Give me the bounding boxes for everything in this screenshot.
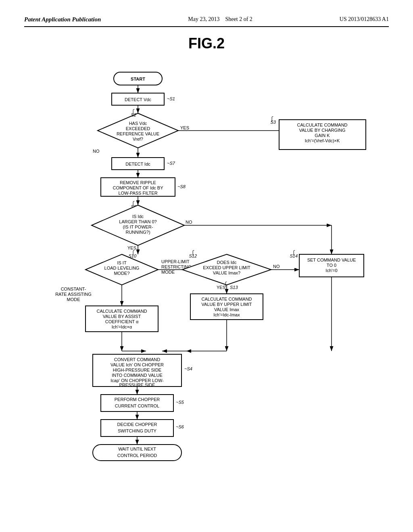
svg-text:VALUE BY ASSIST: VALUE BY ASSIST — [103, 314, 141, 319]
flowchart-svg: text { font-family: Arial, Helvetica, sa… — [33, 64, 380, 499]
svg-text:SET COMMAND VALUE: SET COMMAND VALUE — [307, 258, 356, 262]
svg-text:MODE?: MODE? — [114, 271, 129, 276]
svg-text:DETECT Vdc: DETECT Vdc — [125, 97, 151, 102]
svg-text:Ich'=(Vref-Vdc)×K: Ich'=(Vref-Vdc)×K — [305, 138, 340, 143]
svg-text:DETECT Idc: DETECT Idc — [125, 162, 150, 166]
svg-text:⎧: ⎧ — [131, 109, 135, 114]
figure-title: FIG.2 — [24, 35, 389, 52]
svg-text:WAIT UNTIL NEXT: WAIT UNTIL NEXT — [118, 447, 156, 451]
header-publication: Patent Application Publication — [24, 16, 101, 23]
header: Patent Application Publication May 23, 2… — [24, 16, 389, 27]
svg-text:LOAD LEVELING: LOAD LEVELING — [104, 266, 140, 270]
svg-text:LOW-PASS FILTER: LOW-PASS FILTER — [118, 191, 157, 195]
svg-text:(IS IT POWER-: (IS IT POWER- — [123, 224, 153, 229]
svg-text:S13: S13 — [230, 285, 238, 290]
svg-text:⎧: ⎧ — [292, 250, 295, 256]
svg-text:LARGER THAN 0?: LARGER THAN 0? — [119, 219, 156, 224]
svg-text:⎧: ⎧ — [191, 250, 194, 256]
svg-text:NO: NO — [186, 220, 192, 224]
svg-text:REFERENCE VALUE: REFERENCE VALUE — [117, 131, 159, 136]
svg-text:⎧: ⎧ — [270, 116, 273, 122]
svg-text:Ich'=0: Ich'=0 — [325, 268, 337, 273]
svg-text:IS Idc: IS Idc — [132, 214, 144, 219]
svg-text:~S6: ~S6 — [176, 424, 184, 429]
svg-text:HAS Vdc: HAS Vdc — [129, 121, 147, 126]
svg-text:YES: YES — [180, 125, 189, 130]
svg-text:YES: YES — [127, 245, 136, 250]
svg-text:UPPER-LIMIT: UPPER-LIMIT — [161, 259, 190, 264]
svg-text:DOES Idc: DOES Idc — [217, 260, 237, 265]
svg-text:PERFORM CHOPPER: PERFORM CHOPPER — [115, 397, 160, 402]
svg-text:CURRENT CONTROL: CURRENT CONTROL — [115, 403, 159, 408]
svg-text:~S7: ~S7 — [167, 161, 175, 166]
svg-text:COEFFICIENT α: COEFFICIENT α — [105, 319, 139, 324]
svg-text:MODE: MODE — [67, 297, 80, 302]
svg-text:CALCULATE COMMAND: CALCULATE COMMAND — [201, 297, 252, 301]
svg-text:~S4: ~S4 — [184, 366, 192, 371]
svg-text:VALUE BY CHARGING: VALUE BY CHARGING — [299, 128, 345, 133]
svg-text:TO 0: TO 0 — [327, 263, 336, 268]
svg-text:NO: NO — [273, 264, 280, 269]
svg-text:VALUE Imax: VALUE Imax — [214, 307, 240, 312]
svg-text:VALUE BY UPPER LIMIT: VALUE BY UPPER LIMIT — [202, 302, 252, 307]
svg-text:RATE ASSISTING: RATE ASSISTING — [55, 292, 92, 297]
svg-text:GAIN K: GAIN K — [315, 133, 330, 138]
svg-text:CALCULATE COMMAND: CALCULATE COMMAND — [297, 123, 347, 127]
svg-text:EXCEEDED: EXCEEDED — [126, 126, 150, 131]
svg-text:⎧: ⎧ — [131, 201, 135, 206]
svg-text:NO: NO — [93, 149, 100, 154]
svg-text:~S5: ~S5 — [176, 400, 184, 405]
svg-text:COMPONENT OF Idc BY: COMPONENT OF Idc BY — [113, 185, 163, 190]
svg-text:DECIDE CHOPPER: DECIDE CHOPPER — [117, 422, 157, 427]
header-date-sheet: May 23, 2013 Sheet 2 of 2 — [188, 16, 252, 23]
svg-text:~S8: ~S8 — [177, 184, 186, 189]
svg-text:Ich'=Idc-Imax: Ich'=Idc-Imax — [213, 312, 240, 317]
svg-text:SWITCHING DUTY: SWITCHING DUTY — [118, 428, 157, 433]
svg-text:CALCULATE COMMAND: CALCULATE COMMAND — [96, 309, 147, 314]
svg-text:Vref?: Vref? — [133, 137, 143, 141]
svg-text:VALUE Imax?: VALUE Imax? — [213, 270, 240, 275]
svg-text:CONSTANT-: CONSTANT- — [61, 287, 86, 291]
svg-text:REMOVE RIPPLE: REMOVE RIPPLE — [120, 180, 156, 185]
flowchart-diagram: text { font-family: Arial, Helvetica, sa… — [33, 64, 380, 499]
header-patent-number: US 2013/0128633 A1 — [340, 16, 389, 23]
svg-text:VALUE Ich' ON CHOPPER: VALUE Ich' ON CHOPPER — [111, 362, 164, 367]
svg-text:CONTROL PERIOD: CONTROL PERIOD — [117, 453, 157, 458]
svg-text:IS IT: IS IT — [117, 260, 127, 265]
page: Patent Application Publication May 23, 2… — [0, 0, 413, 532]
svg-text:START: START — [131, 77, 145, 81]
svg-text:EXCEED UPPER LIMIT: EXCEED UPPER LIMIT — [203, 265, 250, 270]
svg-text:INTO COMMAND VALUE: INTO COMMAND VALUE — [112, 373, 163, 378]
svg-text:Ich'=Idc×α: Ich'=Idc×α — [112, 324, 132, 329]
svg-text:HIGH-PRESSURE SIDE: HIGH-PRESSURE SIDE — [113, 368, 161, 372]
svg-text:⎧: ⎧ — [131, 250, 135, 256]
svg-text:MODE: MODE — [161, 270, 175, 274]
svg-text:CONVERT COMMAND: CONVERT COMMAND — [114, 357, 161, 362]
svg-text:RUNNING?): RUNNING?) — [125, 230, 150, 235]
svg-text:~S1: ~S1 — [167, 96, 175, 101]
